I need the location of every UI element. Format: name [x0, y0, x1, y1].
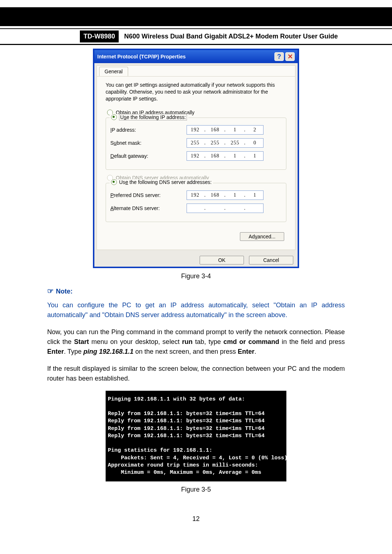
figure-caption-2: Figure 3-5 [0, 486, 392, 493]
note-heading: ☞Note: [47, 287, 392, 295]
page-number: 12 [0, 515, 392, 523]
guide-title: N600 Wireless Dual Band Gigabit ADSL2+ M… [121, 30, 342, 42]
tcpip-dialog: Internet Protocol (TCP/IP) Properties ? … [93, 49, 299, 268]
tab-general[interactable]: General [99, 67, 128, 76]
pointing-hand-icon: ☞ [47, 287, 54, 295]
paragraph-run-ping: Now, you can run the Ping command in the… [47, 327, 345, 357]
dialog-titlebar: Internet Protocol (TCP/IP) Properties ? … [94, 50, 298, 63]
figure-caption-1: Figure 3-4 [0, 272, 392, 280]
close-icon[interactable]: ✕ [285, 52, 295, 61]
dialog-description: You can get IP settings assigned automat… [106, 82, 286, 102]
ip-address-label: IP address: [110, 127, 187, 133]
doc-header: TD-W8980 N600 Wireless Dual Band Gigabit… [0, 28, 392, 45]
subnet-label: Subnet mask: [110, 140, 187, 146]
help-icon[interactable]: ? [274, 52, 284, 61]
radio-use-dns-label: Use the following DNS server addresses: [119, 179, 212, 185]
gateway-input[interactable]: 192. 168. 1. 1 [187, 151, 264, 161]
gateway-label: Default gateway: [110, 153, 187, 159]
paragraph-result: If the result displayed is similar to th… [47, 364, 345, 383]
dialog-title: Internet Protocol (TCP/IP) Properties [97, 54, 274, 59]
pref-dns-label: Preferred DNS server: [110, 192, 187, 198]
note-text: You can configure the PC to get an IP ad… [47, 300, 345, 320]
cmd-output: Pinging 192.168.1.1 with 32 bytes of dat… [106, 391, 286, 482]
subnet-input[interactable]: 255. 255. 255. 0 [187, 138, 264, 148]
dns-fieldset: Use the following DNS server addresses: … [106, 183, 286, 222]
radio-use-ip[interactable] [111, 114, 117, 120]
radio-use-ip-label: Use the following IP address: [119, 114, 187, 120]
advanced-button[interactable]: Advanced... [240, 232, 284, 241]
model-badge: TD-W8980 [80, 30, 119, 42]
top-black-bar [0, 7, 392, 26]
ip-fieldset: Use the following IP address: IP address… [106, 118, 286, 170]
pref-dns-input[interactable]: 192. 168. 1. 1 [187, 190, 264, 200]
ip-address-input[interactable]: 192. 168. 1. 2 [187, 125, 264, 135]
cancel-button[interactable]: Cancel [249, 256, 293, 264]
alt-dns-input[interactable]: . . . [187, 204, 264, 213]
ok-button[interactable]: OK [200, 256, 244, 264]
alt-dns-label: Alternate DNS server: [110, 205, 187, 211]
radio-use-dns[interactable] [111, 179, 117, 185]
